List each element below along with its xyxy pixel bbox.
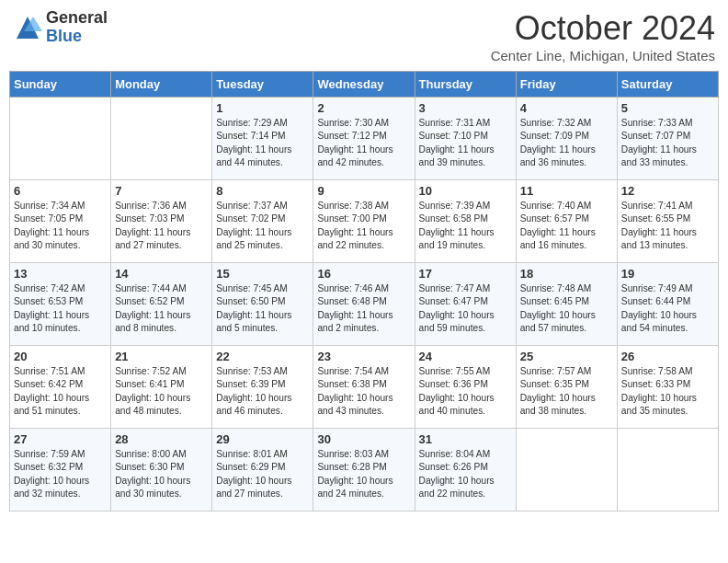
calendar-week-row: 20Sunrise: 7:51 AM Sunset: 6:42 PM Dayli…: [10, 346, 719, 429]
logo-icon: [13, 13, 42, 42]
day-info: Sunrise: 7:37 AM Sunset: 7:02 PM Dayligh…: [216, 200, 309, 252]
calendar-cell: 30Sunrise: 8:03 AM Sunset: 6:28 PM Dayli…: [313, 429, 415, 511]
day-number: 20: [14, 350, 107, 363]
calendar-cell: 11Sunrise: 7:40 AM Sunset: 6:57 PM Dayli…: [516, 180, 617, 263]
day-number: 11: [520, 184, 613, 198]
day-number: 26: [621, 350, 714, 363]
day-header-friday: Friday: [516, 72, 617, 98]
day-info: Sunrise: 8:01 AM Sunset: 6:29 PM Dayligh…: [216, 448, 309, 500]
day-number: 1: [216, 101, 309, 115]
calendar-cell: [516, 429, 617, 511]
calendar-cell: 6Sunrise: 7:34 AM Sunset: 7:05 PM Daylig…: [10, 180, 111, 263]
calendar-cell: 26Sunrise: 7:58 AM Sunset: 6:33 PM Dayli…: [617, 346, 718, 429]
calendar-week-row: 13Sunrise: 7:42 AM Sunset: 6:53 PM Dayli…: [10, 263, 719, 346]
page-header: General Blue October 2024 Center Line, M…: [9, 9, 719, 63]
day-number: 6: [14, 184, 107, 198]
day-number: 17: [419, 267, 512, 281]
day-header-saturday: Saturday: [617, 72, 718, 98]
calendar-header-row: SundayMondayTuesdayWednesdayThursdayFrid…: [10, 72, 719, 98]
day-info: Sunrise: 7:33 AM Sunset: 7:07 PM Dayligh…: [621, 117, 714, 169]
day-header-sunday: Sunday: [10, 72, 111, 98]
day-number: 16: [317, 267, 410, 281]
day-header-wednesday: Wednesday: [313, 72, 415, 98]
day-info: Sunrise: 7:48 AM Sunset: 6:45 PM Dayligh…: [520, 282, 613, 335]
day-info: Sunrise: 7:40 AM Sunset: 6:57 PM Dayligh…: [520, 200, 613, 252]
calendar-cell: 17Sunrise: 7:47 AM Sunset: 6:47 PM Dayli…: [415, 263, 516, 346]
location: Center Line, Michigan, United States: [491, 48, 715, 63]
day-info: Sunrise: 7:38 AM Sunset: 7:00 PM Dayligh…: [317, 200, 410, 252]
day-number: 23: [317, 350, 410, 363]
day-info: Sunrise: 7:51 AM Sunset: 6:42 PM Dayligh…: [14, 365, 107, 418]
calendar-cell: 2Sunrise: 7:30 AM Sunset: 7:12 PM Daylig…: [313, 98, 415, 180]
calendar-cell: 12Sunrise: 7:41 AM Sunset: 6:55 PM Dayli…: [617, 180, 718, 263]
calendar-cell: 19Sunrise: 7:49 AM Sunset: 6:44 PM Dayli…: [617, 263, 718, 346]
calendar-cell: 31Sunrise: 8:04 AM Sunset: 6:26 PM Dayli…: [415, 429, 516, 511]
day-number: 7: [115, 184, 208, 198]
day-info: Sunrise: 7:59 AM Sunset: 6:32 PM Dayligh…: [14, 448, 107, 500]
calendar-cell: 20Sunrise: 7:51 AM Sunset: 6:42 PM Dayli…: [10, 346, 111, 429]
day-header-monday: Monday: [111, 72, 212, 98]
day-number: 30: [317, 432, 410, 446]
calendar-cell: 16Sunrise: 7:46 AM Sunset: 6:48 PM Dayli…: [313, 263, 415, 346]
title-section: October 2024 Center Line, Michigan, Unit…: [491, 9, 715, 63]
calendar-cell: 7Sunrise: 7:36 AM Sunset: 7:03 PM Daylig…: [111, 180, 212, 263]
logo-general: General: [46, 9, 108, 28]
day-info: Sunrise: 7:42 AM Sunset: 6:53 PM Dayligh…: [14, 282, 107, 335]
day-info: Sunrise: 8:03 AM Sunset: 6:28 PM Dayligh…: [317, 448, 410, 500]
day-number: 22: [216, 350, 309, 363]
day-number: 2: [317, 101, 410, 115]
calendar-cell: 13Sunrise: 7:42 AM Sunset: 6:53 PM Dayli…: [10, 263, 111, 346]
calendar: SundayMondayTuesdayWednesdayThursdayFrid…: [9, 71, 719, 511]
day-info: Sunrise: 7:58 AM Sunset: 6:33 PM Dayligh…: [621, 365, 714, 418]
day-info: Sunrise: 7:31 AM Sunset: 7:10 PM Dayligh…: [419, 117, 512, 169]
day-header-tuesday: Tuesday: [212, 72, 313, 98]
calendar-cell: 18Sunrise: 7:48 AM Sunset: 6:45 PM Dayli…: [516, 263, 617, 346]
day-number: 19: [621, 267, 714, 281]
calendar-cell: 14Sunrise: 7:44 AM Sunset: 6:52 PM Dayli…: [111, 263, 212, 346]
calendar-week-row: 27Sunrise: 7:59 AM Sunset: 6:32 PM Dayli…: [10, 429, 719, 511]
logo-text: General Blue: [46, 9, 108, 46]
day-info: Sunrise: 7:29 AM Sunset: 7:14 PM Dayligh…: [216, 117, 309, 169]
calendar-cell: 21Sunrise: 7:52 AM Sunset: 6:41 PM Dayli…: [111, 346, 212, 429]
calendar-cell: [617, 429, 718, 511]
logo-blue: Blue: [46, 28, 108, 46]
day-number: 18: [520, 267, 613, 281]
day-info: Sunrise: 7:39 AM Sunset: 6:58 PM Dayligh…: [419, 200, 512, 252]
logo: General Blue: [13, 9, 108, 46]
day-info: Sunrise: 7:41 AM Sunset: 6:55 PM Dayligh…: [621, 200, 714, 252]
day-number: 12: [621, 184, 714, 198]
month-title: October 2024: [491, 9, 715, 48]
day-number: 24: [419, 350, 512, 363]
day-info: Sunrise: 7:46 AM Sunset: 6:48 PM Dayligh…: [317, 282, 410, 335]
day-number: 21: [115, 350, 208, 363]
calendar-cell: 9Sunrise: 7:38 AM Sunset: 7:00 PM Daylig…: [313, 180, 415, 263]
calendar-cell: 8Sunrise: 7:37 AM Sunset: 7:02 PM Daylig…: [212, 180, 313, 263]
calendar-cell: 22Sunrise: 7:53 AM Sunset: 6:39 PM Dayli…: [212, 346, 313, 429]
calendar-cell: 4Sunrise: 7:32 AM Sunset: 7:09 PM Daylig…: [516, 98, 617, 180]
calendar-week-row: 1Sunrise: 7:29 AM Sunset: 7:14 PM Daylig…: [10, 98, 719, 180]
day-info: Sunrise: 7:34 AM Sunset: 7:05 PM Dayligh…: [14, 200, 107, 252]
calendar-cell: 23Sunrise: 7:54 AM Sunset: 6:38 PM Dayli…: [313, 346, 415, 429]
calendar-cell: 29Sunrise: 8:01 AM Sunset: 6:29 PM Dayli…: [212, 429, 313, 511]
calendar-cell: [10, 98, 111, 180]
day-info: Sunrise: 8:04 AM Sunset: 6:26 PM Dayligh…: [419, 448, 512, 500]
day-number: 28: [115, 432, 208, 446]
day-info: Sunrise: 7:44 AM Sunset: 6:52 PM Dayligh…: [115, 282, 208, 335]
calendar-cell: 28Sunrise: 8:00 AM Sunset: 6:30 PM Dayli…: [111, 429, 212, 511]
day-info: Sunrise: 7:45 AM Sunset: 6:50 PM Dayligh…: [216, 282, 309, 335]
day-info: Sunrise: 7:49 AM Sunset: 6:44 PM Dayligh…: [621, 282, 714, 335]
day-info: Sunrise: 7:53 AM Sunset: 6:39 PM Dayligh…: [216, 365, 309, 418]
day-number: 14: [115, 267, 208, 281]
day-number: 29: [216, 432, 309, 446]
day-info: Sunrise: 7:32 AM Sunset: 7:09 PM Dayligh…: [520, 117, 613, 169]
day-number: 5: [621, 101, 714, 115]
day-number: 10: [419, 184, 512, 198]
day-number: 9: [317, 184, 410, 198]
day-info: Sunrise: 7:57 AM Sunset: 6:35 PM Dayligh…: [520, 365, 613, 418]
day-info: Sunrise: 7:47 AM Sunset: 6:47 PM Dayligh…: [419, 282, 512, 335]
day-info: Sunrise: 7:30 AM Sunset: 7:12 PM Dayligh…: [317, 117, 410, 169]
day-number: 8: [216, 184, 309, 198]
calendar-cell: 25Sunrise: 7:57 AM Sunset: 6:35 PM Dayli…: [516, 346, 617, 429]
day-info: Sunrise: 7:36 AM Sunset: 7:03 PM Dayligh…: [115, 200, 208, 252]
calendar-cell: [111, 98, 212, 180]
